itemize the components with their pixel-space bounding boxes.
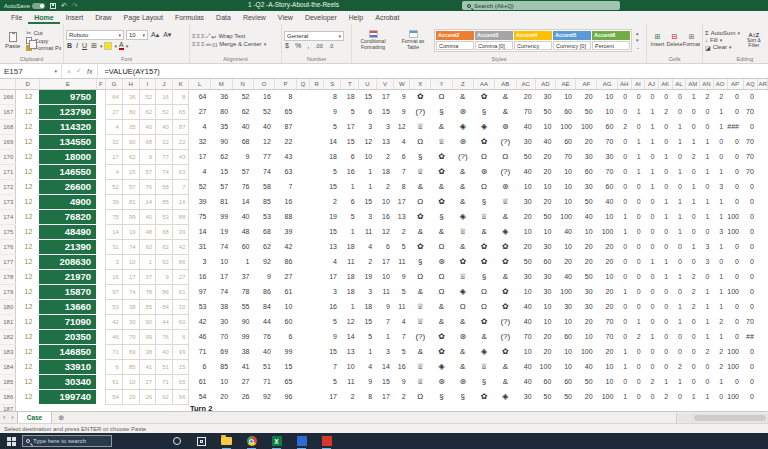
cell-symbol-bell[interactable]: Ω (473, 284, 494, 299)
col-header-D[interactable]: D (16, 79, 40, 89)
cell[interactable] (232, 404, 767, 411)
cell[interactable]: 1 (341, 299, 359, 314)
cell[interactable]: 42 (275, 239, 296, 254)
cell[interactable]: 0 (727, 194, 743, 209)
cell[interactable]: 50 (555, 389, 576, 404)
cell-symbol-dice[interactable]: & (431, 179, 452, 194)
cell[interactable]: 100 (536, 359, 556, 374)
cell[interactable]: 20 (576, 314, 597, 329)
cell[interactable]: 5 (341, 104, 359, 119)
cell-symbol-trophy[interactable]: ♕ (410, 359, 431, 374)
cell[interactable]: 0 (727, 329, 743, 344)
cell[interactable]: 0 (727, 269, 743, 284)
cell[interactable]: 65 (172, 104, 189, 119)
cell[interactable] (296, 164, 310, 179)
decrease-decimal-button[interactable]: .0 (328, 43, 335, 49)
cell[interactable]: 10 (597, 209, 618, 224)
cell[interactable]: 15 (376, 374, 394, 389)
cell[interactable]: 60 (555, 134, 576, 149)
cell[interactable]: 1 (631, 164, 645, 179)
cell[interactable]: 1 (631, 149, 645, 164)
cell[interactable]: 0 (743, 344, 758, 359)
cell[interactable]: 1 (658, 149, 672, 164)
cell-symbol-gear[interactable]: ✿ (431, 164, 452, 179)
cell[interactable]: 18 (341, 89, 359, 104)
font-size-select[interactable]: 10▾ (126, 30, 148, 40)
cell-symbol-dice[interactable]: & (495, 89, 516, 104)
cell[interactable]: 88 (172, 209, 189, 224)
cell-symbol-gear[interactable]: ✿ (473, 314, 494, 329)
cell[interactable]: 1 (617, 344, 631, 359)
cell[interactable]: 10 (122, 374, 139, 389)
cell[interactable]: 11 (341, 254, 359, 269)
cell[interactable]: 30 (516, 194, 536, 209)
cell[interactable]: 1 (631, 104, 645, 119)
cell[interactable] (296, 269, 310, 284)
cell-symbol-bell[interactable]: Ω (410, 134, 431, 149)
cell[interactable]: 41 (232, 359, 253, 374)
cell-symbol-trophy[interactable]: ♕ (473, 359, 494, 374)
cell[interactable]: 12 (16, 89, 40, 104)
cell[interactable]: 90 (139, 314, 156, 329)
align-right-icon[interactable]: ≡ (201, 41, 204, 47)
cell[interactable]: 13 (376, 134, 394, 149)
cell[interactable]: 0 (645, 89, 659, 104)
cell[interactable]: 17 (376, 254, 394, 269)
cell[interactable]: 44 (156, 314, 173, 329)
cell[interactable]: 0 (743, 89, 758, 104)
cell[interactable]: 51 (253, 359, 274, 374)
cell[interactable] (96, 359, 106, 374)
cell[interactable]: 61 (189, 374, 211, 389)
cell[interactable]: 1 (139, 254, 156, 269)
cell[interactable]: 15 (359, 314, 377, 329)
orientation-icon[interactable]: ⤢ (206, 33, 210, 40)
cell[interactable]: 17 (376, 89, 394, 104)
cell[interactable]: 2 (658, 389, 672, 404)
cell[interactable]: 30 (555, 299, 576, 314)
cell-symbol-question[interactable]: (?) (410, 329, 431, 344)
cell[interactable]: 0 (727, 164, 743, 179)
cell[interactable]: 0 (686, 359, 700, 374)
cell[interactable]: 0 (700, 374, 714, 389)
cell[interactable]: 1 (672, 299, 686, 314)
cell[interactable]: 9 (376, 299, 394, 314)
cell[interactable]: 12 (16, 299, 40, 314)
col-header-E[interactable]: E (39, 79, 96, 89)
cell[interactable]: 0 (631, 89, 645, 104)
cell[interactable]: 0 (617, 299, 631, 314)
cell[interactable]: 0 (631, 209, 645, 224)
col-header-Y[interactable]: Y (431, 79, 452, 89)
cell[interactable]: 90 (122, 134, 139, 149)
cell[interactable] (106, 404, 123, 411)
col-header-Z[interactable]: Z (452, 79, 473, 89)
cell[interactable]: 32 (189, 134, 211, 149)
cell[interactable]: 1 (631, 314, 645, 329)
cell-symbol-eight[interactable]: § (473, 269, 494, 284)
cell-symbol-dice[interactable]: & (495, 374, 516, 389)
enter-icon[interactable]: ✓ (76, 67, 82, 75)
cell[interactable]: 0 (713, 149, 727, 164)
cell[interactable]: 70 (122, 329, 139, 344)
cell[interactable]: 1 (645, 119, 659, 134)
row-header-166[interactable]: 166 (0, 89, 16, 104)
cell[interactable]: 3 (700, 239, 714, 254)
cell[interactable]: 2 (713, 344, 727, 359)
cell-symbol-question[interactable]: (?) (410, 104, 431, 119)
cell-symbol-trophy[interactable]: ♕ (410, 299, 431, 314)
cell[interactable] (310, 209, 324, 224)
cell[interactable]: 0 (672, 89, 686, 104)
cell[interactable] (296, 284, 310, 299)
cell[interactable]: 1 (700, 389, 714, 404)
file-explorer-button[interactable] (220, 435, 233, 448)
cell[interactable]: 20 (576, 134, 597, 149)
cell[interactable]: 69 (122, 344, 139, 359)
cell[interactable]: 1 (376, 329, 394, 344)
cell[interactable]: 39 (275, 224, 296, 239)
cell[interactable]: 70 (597, 134, 618, 149)
cell[interactable]: 50 (536, 104, 556, 119)
shrink-font-button[interactable]: A▾ (162, 31, 172, 39)
underline-button[interactable]: U (81, 42, 88, 49)
cell[interactable]: 99 (232, 329, 253, 344)
cell[interactable]: 86 (172, 254, 189, 269)
cell[interactable]: 26600 (39, 179, 96, 194)
